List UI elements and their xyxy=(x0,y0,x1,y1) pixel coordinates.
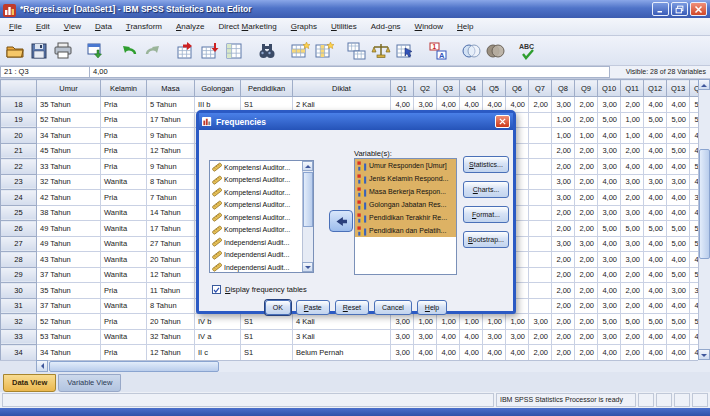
row-header-20[interactable]: 20 xyxy=(1,128,37,144)
column-header-q4[interactable]: Q4 xyxy=(460,80,483,97)
cell[interactable]: 3,00 xyxy=(690,190,699,206)
menu-utilities[interactable]: Utilities xyxy=(324,20,364,33)
cell[interactable] xyxy=(529,221,552,237)
insert-cases-icon[interactable] xyxy=(288,39,312,63)
cell[interactable]: 2,00 xyxy=(575,298,598,314)
column-header-q8[interactable]: Q8 xyxy=(552,80,575,97)
help-button[interactable]: Help xyxy=(417,300,447,315)
column-header-q1[interactable]: Q1 xyxy=(391,80,414,97)
menu-window[interactable]: Window xyxy=(408,20,450,33)
find-icon[interactable] xyxy=(255,39,279,63)
cell[interactable]: 1,00 xyxy=(552,112,575,128)
cell[interactable]: 3,00 xyxy=(667,283,690,299)
dialog-close-icon[interactable] xyxy=(495,115,510,128)
cell[interactable]: Pria xyxy=(101,143,147,159)
weight-cases-icon[interactable] xyxy=(369,39,393,63)
list-scroll-thumb[interactable] xyxy=(303,172,313,227)
corner-cell[interactable] xyxy=(1,80,37,97)
menu-edit[interactable]: Edit xyxy=(29,20,57,33)
source-variable-item[interactable]: Kompetensi Auditor... xyxy=(210,174,302,187)
cell[interactable]: 2,00 xyxy=(575,143,598,159)
cell[interactable]: 33 Tahun xyxy=(37,159,101,175)
cell[interactable] xyxy=(529,236,552,252)
cell[interactable]: 5,00 xyxy=(598,221,621,237)
cell[interactable]: 2,00 xyxy=(575,329,598,345)
cell[interactable]: 2,00 xyxy=(552,345,575,361)
cell[interactable]: 4,00 xyxy=(690,345,699,361)
cell[interactable]: 42 Tahun xyxy=(37,190,101,206)
cell[interactable]: 4,00 xyxy=(667,205,690,221)
checkbox-checked-icon[interactable] xyxy=(212,285,221,294)
cell[interactable]: 1,00 xyxy=(437,314,460,330)
menu-analyze[interactable]: Analyze xyxy=(169,20,211,33)
cell[interactable]: 5,00 xyxy=(690,236,699,252)
cell[interactable]: 52 Tahun xyxy=(37,314,101,330)
cell[interactable]: 4,00 xyxy=(644,128,667,144)
cell[interactable]: 34 Tahun xyxy=(37,345,101,361)
cell[interactable]: 4,00 xyxy=(667,252,690,268)
cell[interactable]: 4,00 xyxy=(483,345,506,361)
move-variable-button[interactable] xyxy=(329,210,353,232)
cell[interactable]: 4,00 xyxy=(621,159,644,175)
cell[interactable]: 3,00 xyxy=(598,97,621,113)
cell[interactable]: Pria xyxy=(101,128,147,144)
cell[interactable]: 32 Tahun xyxy=(147,329,195,345)
cell[interactable]: 20 Tahun xyxy=(147,314,195,330)
cell[interactable]: 43 Tahun xyxy=(37,252,101,268)
list-scrollbar[interactable] xyxy=(302,161,313,272)
column-header-q3[interactable]: Q3 xyxy=(437,80,460,97)
cell[interactable]: Belum Pernah xyxy=(293,345,391,361)
cell[interactable]: 53 Tahun xyxy=(37,329,101,345)
cell[interactable]: 2,00 xyxy=(529,97,552,113)
cell[interactable]: 4,00 xyxy=(644,190,667,206)
cell[interactable]: IV b xyxy=(195,314,241,330)
selected-variable-item[interactable]: Umur Responden [Umur] xyxy=(355,159,456,172)
column-header-kelamin[interactable]: Kelamin xyxy=(101,80,147,97)
cell[interactable]: 37 Tahun xyxy=(37,298,101,314)
cell[interactable]: 3,00 xyxy=(598,205,621,221)
cell[interactable]: 20 Tahun xyxy=(147,252,195,268)
insert-variable-icon[interactable] xyxy=(312,39,336,63)
row-header-22[interactable]: 22 xyxy=(1,159,37,175)
cell[interactable]: 2,00 xyxy=(621,143,644,159)
cell[interactable]: 3,00 xyxy=(621,236,644,252)
scroll-down-icon[interactable] xyxy=(698,349,710,360)
column-header-umur[interactable]: Umur xyxy=(37,80,101,97)
cell[interactable]: 5,00 xyxy=(667,221,690,237)
cell[interactable]: Pria xyxy=(101,112,147,128)
row-header-34[interactable]: 34 xyxy=(1,345,37,361)
column-header-golongan[interactable]: Golongan xyxy=(195,80,241,97)
tab-data-view[interactable]: Data View xyxy=(3,374,56,392)
cell[interactable]: Wanita xyxy=(101,236,147,252)
cell[interactable] xyxy=(529,252,552,268)
cell[interactable]: 2,00 xyxy=(621,329,644,345)
cell[interactable] xyxy=(529,267,552,283)
cell[interactable]: 4,00 xyxy=(690,205,699,221)
cell[interactable]: 2,00 xyxy=(552,205,575,221)
cell[interactable]: Pria xyxy=(101,314,147,330)
cell[interactable]: 3,00 xyxy=(483,329,506,345)
selected-variable-item[interactable]: Masa Berkerja Respon... xyxy=(355,185,456,198)
cell[interactable]: 4,00 xyxy=(506,345,529,361)
value-labels-icon[interactable]: 1A xyxy=(426,39,450,63)
cell[interactable]: 4,00 xyxy=(460,329,483,345)
cell[interactable]: II c xyxy=(195,345,241,361)
cell[interactable]: Pria xyxy=(101,159,147,175)
cell[interactable]: 4,00 xyxy=(460,345,483,361)
cell[interactable]: Pria xyxy=(101,190,147,206)
row-header-24[interactable]: 24 xyxy=(1,190,37,206)
cell[interactable]: 2,00 xyxy=(575,283,598,299)
cell[interactable]: 5,00 xyxy=(667,112,690,128)
minimize-button[interactable] xyxy=(652,2,669,16)
cell[interactable]: 4,00 xyxy=(644,345,667,361)
cell[interactable]: S1 xyxy=(241,329,293,345)
cell[interactable]: 4,00 xyxy=(414,345,437,361)
cell[interactable]: 12 Tahun xyxy=(147,267,195,283)
spell-check-icon[interactable]: ABC xyxy=(516,39,540,63)
cell[interactable]: 3,00 xyxy=(598,143,621,159)
cell[interactable]: Pria xyxy=(101,283,147,299)
row-header-19[interactable]: 19 xyxy=(1,112,37,128)
cell[interactable]: 4,00 xyxy=(437,329,460,345)
cell[interactable]: 4,00 xyxy=(690,174,699,190)
cell[interactable]: 4,00 xyxy=(667,97,690,113)
